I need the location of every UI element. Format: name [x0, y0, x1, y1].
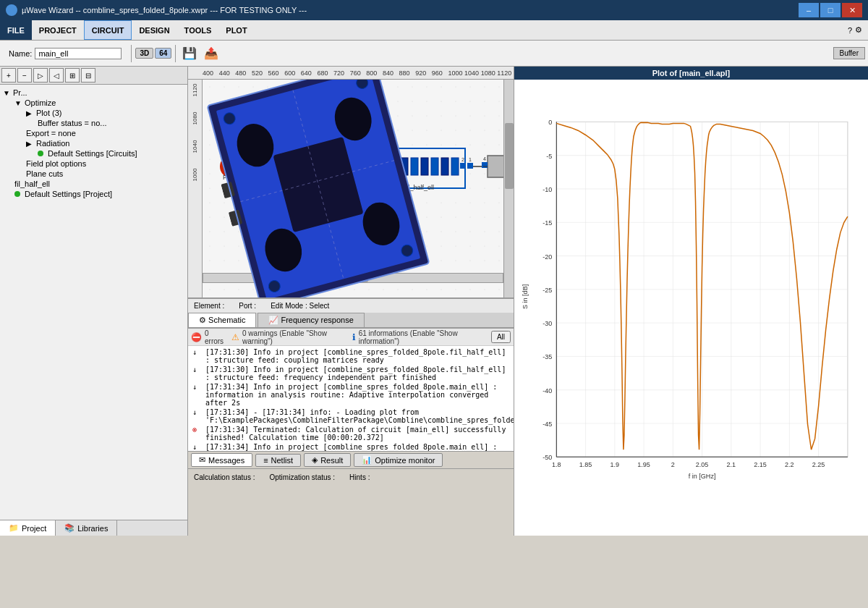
- svg-text:2.25: 2.25: [812, 461, 825, 468]
- tree-item-planecuts[interactable]: Plane cuts: [3, 169, 184, 179]
- log-line-4: ↓ [17:31:34] - [17:31:34] info: - Loadin…: [191, 408, 511, 425]
- scrollbar-h-thumb[interactable]: [278, 274, 368, 282]
- libraries-tab-icon: 📚: [64, 523, 75, 533]
- wg0-box[interactable]: [282, 156, 333, 177]
- ruler-left-1080: 1080: [192, 112, 198, 125]
- sidebar-btn-4[interactable]: ◁: [49, 68, 64, 83]
- tree-item-fieldplot[interactable]: Field plot options: [3, 159, 184, 169]
- bottom-tab-messages[interactable]: ✉ Messages: [191, 453, 252, 467]
- settings-icon[interactable]: ⚙: [855, 25, 862, 35]
- all-button[interactable]: All: [491, 331, 511, 343]
- resonator-3: [431, 158, 438, 175]
- toolbar-separator-2: [175, 45, 176, 62]
- log-line-5: ⊗ [17:31:34] Terminated: Calculation of …: [191, 425, 511, 442]
- sidebar-btn-1[interactable]: +: [1, 68, 16, 83]
- coupling-3: [441, 158, 448, 175]
- freq-tab-label: Frequency response: [281, 316, 353, 324]
- svg-text:-35: -35: [542, 353, 552, 360]
- menu-project[interactable]: PROJECT: [32, 20, 84, 40]
- messages-label: Messages: [208, 456, 244, 465]
- tree-item-export[interactable]: Export = none: [3, 128, 184, 138]
- libraries-tab-label: Libraries: [77, 524, 108, 533]
- log-text-2: [17:31:30] Info in project [combline_spr…: [205, 366, 509, 381]
- port1-label: Port 1: [223, 174, 240, 181]
- scrollbar-horizontal-schematic[interactable]: [203, 273, 503, 283]
- log-icon-2: ↓: [192, 366, 203, 373]
- svg-text:1.85: 1.85: [579, 461, 592, 468]
- warn-count: 0 warnings (Enable "Show warning"): [242, 329, 346, 345]
- result-icon: ◈: [312, 455, 318, 465]
- tree-item-fil[interactable]: fil_half_ell: [3, 179, 184, 189]
- info-count: 61 informations (Enable "Show informatio…: [359, 329, 485, 345]
- menu-plot[interactable]: PLOT: [218, 20, 254, 40]
- svg-rect-14: [362, 163, 367, 169]
- sidebar-btn-5[interactable]: ⊞: [65, 68, 80, 83]
- ruler-1120: 1120: [497, 69, 514, 77]
- bottom-tab-netlist[interactable]: ≡ Netlist: [255, 454, 301, 467]
- left-sidebar: + − ▷ ◁ ⊞ ⊟ ▼ Pr... ▼ Optimize ▶ Plot (3…: [0, 67, 188, 536]
- sidebar-btn-3[interactable]: ▷: [33, 68, 48, 83]
- tab-schematic[interactable]: ⚙ Schematic: [188, 313, 256, 327]
- tree-expand-radiation[interactable]: ▶: [26, 140, 35, 148]
- minimize-button[interactable]: –: [799, 3, 819, 17]
- svg-text:1.95: 1.95: [637, 461, 650, 468]
- tree-item-radiation[interactable]: ▶ Radiation: [3, 138, 184, 148]
- help-icon[interactable]: ?: [848, 26, 852, 35]
- log-text-1: [17:31:30] Info in project [combline_spr…: [205, 348, 509, 364]
- menu-tools[interactable]: TOOLS: [177, 20, 219, 40]
- sidebar-tab-libraries[interactable]: 📚 Libraries: [56, 520, 117, 536]
- tree-item-default-circuits[interactable]: Default Settings [Circuits]: [3, 148, 184, 159]
- element-status: Element :: [194, 302, 224, 310]
- export-icon[interactable]: 📤: [201, 46, 221, 60]
- tree-label-buffer: Buffer status = no...: [38, 119, 107, 127]
- menu-circuit[interactable]: CIRCUIT: [84, 20, 132, 40]
- tab-frequency[interactable]: 📈 Frequency response: [258, 313, 364, 327]
- menu-design[interactable]: DESIGN: [132, 20, 176, 40]
- ruler-440: 440: [219, 69, 236, 77]
- tree-item-plot[interactable]: ▶ Plot (3): [3, 108, 184, 118]
- ruler-left-1000: 1000: [192, 169, 198, 182]
- tree-item-optimize[interactable]: ▼ Optimize: [3, 98, 184, 108]
- resonator-1: [391, 158, 398, 175]
- scrollbar-vertical-schematic[interactable]: [503, 80, 514, 298]
- close-button[interactable]: ✕: [842, 3, 862, 17]
- sidebar-tab-project[interactable]: 📁 Project: [0, 520, 56, 536]
- maximize-button[interactable]: □: [820, 3, 841, 17]
- project-tree: ▼ Pr... ▼ Optimize ▶ Plot (3) Buffer sta…: [0, 85, 187, 520]
- menu-file[interactable]: FILE: [0, 20, 32, 40]
- log-area: ⛔ 0 errors ⚠ 0 warnings (Enable "Show wa…: [188, 328, 514, 451]
- tree-item-default-project[interactable]: Default Settings [Project]: [3, 189, 184, 199]
- tree-expand-root[interactable]: ▼: [3, 89, 12, 97]
- svg-point-61: [358, 198, 404, 250]
- tree-expand-optimize[interactable]: ▼: [14, 99, 23, 107]
- result-label: Result: [320, 456, 343, 465]
- menu-bar: FILE PROJECT CIRCUIT DESIGN TOOLS PLOT ?…: [0, 20, 868, 41]
- sidebar-btn-6[interactable]: ⊟: [81, 68, 95, 83]
- plot-svg: 0 -5 -10 -15 -20 -25 -30 -35 -40 -45 -50…: [520, 85, 862, 530]
- ruler-1080: 1080: [481, 69, 498, 77]
- tree-item-buffer[interactable]: Buffer status = no...: [3, 118, 184, 128]
- svg-text:-50: -50: [542, 454, 552, 461]
- plot-title: Plot of [main_ell.apl]: [514, 67, 868, 80]
- title-text: µWave Wizard -- combline_spres_folded_8p…: [22, 6, 307, 14]
- scrollbar-thumb[interactable]: [505, 123, 514, 189]
- ruler-1040: 1040: [464, 69, 481, 77]
- tree-item-root[interactable]: ▼ Pr...: [3, 88, 184, 98]
- btn-64[interactable]: 64: [155, 48, 171, 59]
- bottom-tab-result[interactable]: ◈ Result: [304, 453, 351, 467]
- tree-expand-plot[interactable]: ▶: [26, 109, 35, 117]
- buffer-button[interactable]: Buffer: [833, 47, 866, 59]
- name-input[interactable]: [35, 48, 122, 59]
- ruler-left-1120: 1120: [192, 84, 198, 97]
- optimize-icon: 📊: [362, 455, 372, 465]
- svg-text:-10: -10: [542, 186, 552, 193]
- bottom-status-bar: Calculation status : Optimization status…: [188, 468, 514, 486]
- sidebar-btn-2[interactable]: −: [17, 68, 32, 83]
- schematic-canvas[interactable]: Port 1 1 1 1 wg0: [203, 80, 514, 298]
- svg-rect-11: [340, 162, 346, 168]
- bottom-tab-optimize[interactable]: 📊 Optimize monitor: [354, 453, 443, 467]
- btn-3d[interactable]: 3D: [135, 48, 153, 59]
- name-label: Name:: [9, 49, 32, 58]
- save-icon[interactable]: 💾: [179, 46, 200, 60]
- right-panel: Plot of [main_ell.apl]: [514, 67, 868, 536]
